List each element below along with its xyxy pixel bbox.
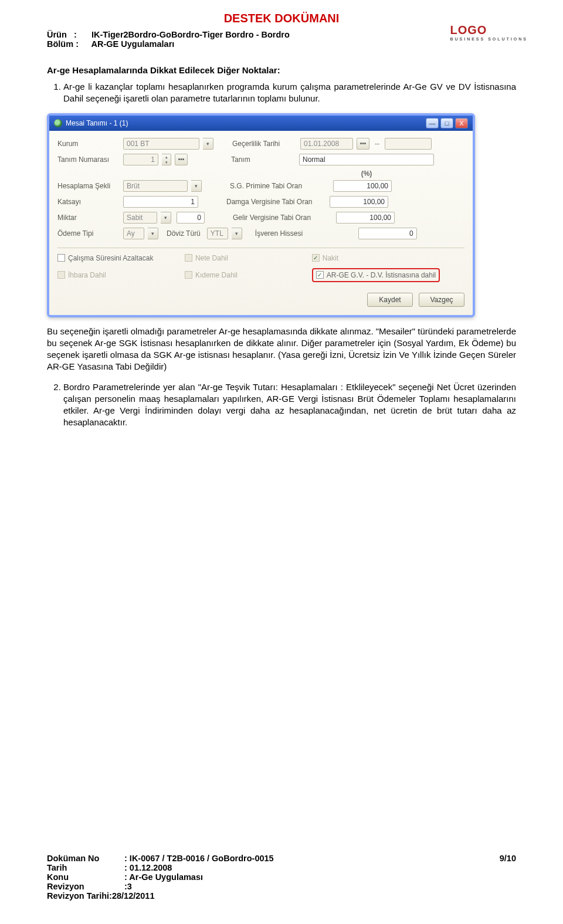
label-sg-oran: S.G. Primine Tabi Oran (230, 182, 330, 190)
checkbox-icon (57, 271, 65, 279)
miktar-type-field[interactable]: Sabit (123, 212, 157, 224)
checkbox-icon (185, 271, 192, 279)
window-body: Kurum 001 BT▾ Geçerlilik Tarihi 01.01.20… (49, 131, 473, 315)
check-calisma-suresi[interactable]: Çalışma Süresini Azaltacak (57, 254, 185, 262)
meta-bolum: Bölüm : AR-GE Uygulamaları (47, 39, 516, 49)
page-number: 9/10 (500, 854, 516, 863)
odeme-tipi-field[interactable]: Ay (123, 228, 144, 239)
checkbox-icon: ✓ (312, 254, 320, 262)
mid-paragraph: Bu seçeneğin işaretli olmadığı parametre… (47, 326, 516, 373)
date-range-dash: -- (375, 140, 379, 148)
ordered-list-bottom: Bordro Parametrelerinde yer alan "Ar-ge … (47, 381, 516, 429)
label-odeme-tipi: Ödeme Tipi (57, 229, 120, 238)
checkbox-icon (57, 254, 65, 262)
minimize-button[interactable]: — (426, 118, 439, 128)
label-hesap-sekli: Hesaplama Şekli (57, 182, 120, 190)
label-doviz-turu: Döviz Türü (167, 229, 201, 238)
section-heading: Ar-ge Hesaplamalarında Dikkat Edilecek D… (47, 65, 516, 75)
tanim-field[interactable]: Normal (299, 154, 434, 165)
sg-oran-field[interactable]: 100,00 (333, 180, 392, 192)
check-kideme-dahil: Kıdeme Dahil (185, 268, 312, 282)
logo: LOGO BUSINESS SOLUTIONS (450, 23, 528, 41)
date-picker-button[interactable]: ••• (357, 138, 369, 150)
footer: 9/10 Doküman No: IK-0067 / T2B-0016 / Go… (47, 854, 516, 901)
hesap-sekli-field[interactable]: Brüt (123, 180, 188, 192)
doviz-field[interactable]: YTL (207, 228, 228, 239)
save-button[interactable]: Kaydet (367, 293, 413, 307)
label-gecerlilik: Geçerlilik Tarihi (232, 140, 297, 148)
label-miktar: Miktar (57, 214, 120, 222)
gelir-oran-field[interactable]: 100,00 (336, 212, 395, 224)
chevron-down-icon[interactable]: ▾ (191, 180, 202, 192)
window-titlebar[interactable]: Mesai Tanımı - 1 (1) — □ X (49, 116, 473, 131)
lookup-button[interactable]: ••• (175, 154, 188, 165)
miktar-val-field[interactable]: 0 (177, 212, 205, 224)
gecerlilik-field[interactable]: 01.01.2008 (300, 138, 353, 150)
check-nakit: ✓ Nakit (312, 254, 464, 262)
logo-text: LOGO (450, 23, 487, 36)
dialog-window: Mesai Tanımı - 1 (1) — □ X Kurum 001 BT▾… (47, 113, 475, 317)
chevron-down-icon[interactable]: ▾ (232, 228, 242, 239)
check-ihbara-dahil: İhbara Dahil (57, 268, 185, 282)
maximize-button[interactable]: □ (440, 118, 453, 128)
label-kurum: Kurum (57, 140, 120, 148)
damga-oran-field[interactable]: 100,00 (330, 196, 388, 208)
checkbox-icon (185, 254, 192, 262)
checkbox-grid: Çalışma Süresini Azaltacak Nete Dahil ✓ … (57, 248, 464, 282)
tanim-no-field[interactable]: 1 (123, 154, 158, 165)
list-item: Ar-ge li kazançlar toplamı hesaplanırken… (63, 81, 516, 105)
katsayi-field[interactable]: 1 (123, 196, 198, 208)
list-item: Bordro Parametrelerinde yer alan "Ar-ge … (63, 381, 516, 429)
chevron-down-icon[interactable]: ▾ (161, 212, 171, 224)
close-button[interactable]: X (455, 118, 468, 128)
kurum-field[interactable]: 001 BT (123, 138, 199, 150)
logo-subtext: BUSINESS SOLUTIONS (450, 37, 528, 41)
label-tanim: Tanım (231, 155, 296, 164)
percent-header: (%) (269, 170, 464, 178)
check-arge-istisna[interactable]: ✓ AR-GE G.V. - D.V. İstisnasına dahil (316, 271, 436, 279)
window-title: Mesai Tanımı - 1 (1) (66, 119, 128, 127)
dialog-buttons: Kaydet Vazgeç (57, 293, 464, 307)
checkbox-icon: ✓ (316, 271, 324, 279)
chevron-down-icon[interactable]: ▾ (203, 138, 213, 150)
label-katsayi: Katsayı (57, 198, 120, 206)
label-tanim-no: Tanım Numarası (57, 155, 120, 164)
isveren-field[interactable]: 0 (358, 228, 417, 239)
ordered-list-top: Ar-ge li kazançlar toplamı hesaplanırken… (47, 81, 516, 105)
label-isveren: İşveren Hissesi (255, 229, 355, 238)
document-title: DESTEK DOKÜMANI (47, 12, 516, 25)
cancel-button[interactable]: Vazgeç (419, 293, 464, 307)
arge-istisna-highlight: ✓ AR-GE G.V. - D.V. İstisnasına dahil (312, 268, 440, 282)
check-nete-dahil: Nete Dahil (185, 254, 312, 262)
gecerlilik-field-end[interactable] (385, 138, 432, 150)
label-gelir-oran: Gelir Vergisine Tabi Oran (233, 214, 333, 222)
label-damga-oran: Damga Vergisine Tabi Oran (226, 198, 326, 206)
spinner-icon[interactable]: ▴▾ (162, 154, 171, 165)
app-icon (54, 119, 62, 127)
meta-urun: Ürün : IK-Tiger2Bordro-GoBordro-Tiger Bo… (47, 30, 516, 39)
chevron-down-icon[interactable]: ▾ (148, 228, 158, 239)
document-page: DESTEK DOKÜMANI LOGO BUSINESS SOLUTIONS … (0, 0, 563, 924)
